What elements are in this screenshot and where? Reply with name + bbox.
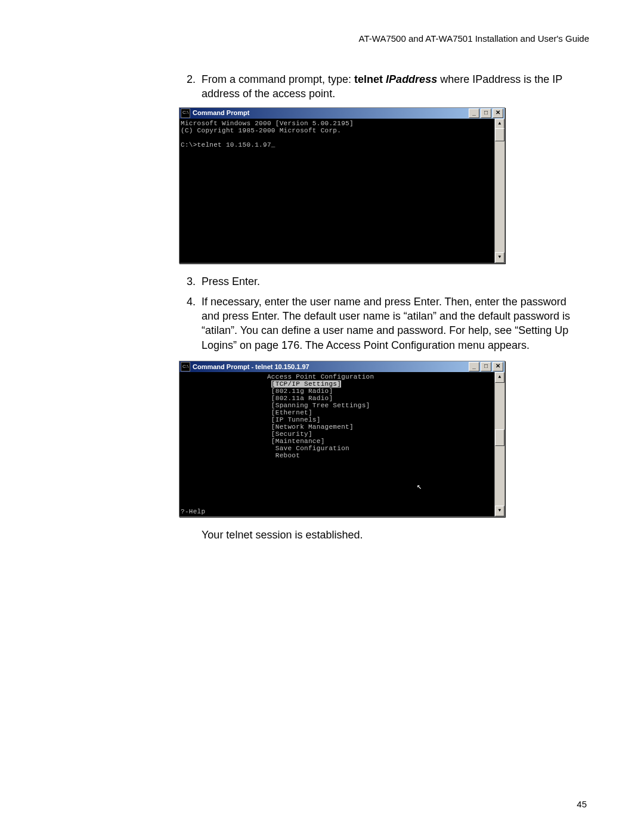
terminal-output[interactable]: Access Point Configuration [TCP/IP Setti… bbox=[179, 372, 494, 516]
scroll-thumb[interactable] bbox=[495, 128, 504, 141]
command-prompt-window-2: C:\ Command Prompt - telnet 10.150.1.97 … bbox=[179, 361, 505, 517]
minimize-button[interactable]: _ bbox=[469, 109, 479, 118]
running-header: AT-WA7500 and AT-WA7501 Installation and… bbox=[54, 33, 590, 44]
scroll-down-button[interactable]: ▼ bbox=[495, 252, 504, 263]
command-prompt-window-1: C:\ Command Prompt _ □ ✕ Microsoft Windo… bbox=[179, 107, 505, 264]
close-button[interactable]: ✕ bbox=[493, 362, 503, 371]
scroll-thumb[interactable] bbox=[495, 429, 504, 446]
step-3: 3. Press Enter. bbox=[179, 274, 584, 289]
close-button[interactable]: ✕ bbox=[493, 109, 503, 118]
body-column: 2. From a command prompt, type: telnet I… bbox=[179, 72, 584, 542]
cmd-icon: C:\ bbox=[181, 109, 190, 118]
step-number: 2. bbox=[179, 72, 202, 101]
step-number: 3. bbox=[179, 274, 202, 289]
menu-item[interactable]: [Ethernet] bbox=[271, 409, 312, 416]
scroll-up-button[interactable]: ▲ bbox=[495, 372, 504, 383]
titlebar-buttons: _ □ ✕ bbox=[469, 362, 504, 371]
vertical-scrollbar[interactable]: ▲ ▼ bbox=[494, 372, 504, 516]
terminal-output[interactable]: Microsoft Windows 2000 [Version 5.00.219… bbox=[179, 119, 494, 263]
terminal-line: Microsoft Windows 2000 [Version 5.00.219… bbox=[181, 120, 354, 127]
menu-item[interactable]: Reboot bbox=[271, 452, 300, 459]
vertical-scrollbar[interactable]: ▲ ▼ bbox=[494, 119, 504, 263]
terminal-line: C:\>telnet 10.150.1.97_ bbox=[181, 141, 275, 148]
menu-item-selected[interactable]: [TCP/IP Settings] bbox=[271, 380, 341, 388]
cursor-arrow-icon: ↖ bbox=[417, 483, 422, 490]
page-number: 45 bbox=[577, 799, 587, 809]
cmd-icon: C:\ bbox=[181, 362, 190, 371]
step-text: Press Enter. bbox=[202, 274, 584, 289]
maximize-button[interactable]: □ bbox=[481, 109, 491, 118]
text-italic: IPaddress bbox=[386, 73, 437, 85]
minimize-button[interactable]: _ bbox=[469, 362, 479, 371]
window-title: Command Prompt - telnet 10.150.1.97 bbox=[193, 363, 469, 371]
titlebar: C:\ Command Prompt _ □ ✕ bbox=[179, 108, 504, 119]
step-2: 2. From a command prompt, type: telnet I… bbox=[179, 72, 584, 101]
step-4: 4. If necessary, enter the user name and… bbox=[179, 295, 584, 352]
menu-item[interactable]: [802.11g Radio] bbox=[271, 388, 333, 395]
help-hint: ?-Help bbox=[181, 508, 205, 515]
step-text: Your telnet session is established. bbox=[202, 528, 584, 542]
titlebar: C:\ Command Prompt - telnet 10.150.1.97 … bbox=[179, 361, 504, 372]
menu-item[interactable]: Save Configuration bbox=[271, 445, 349, 452]
menu-item[interactable]: [Security] bbox=[271, 431, 312, 438]
client-area-wrap: Microsoft Windows 2000 [Version 5.00.219… bbox=[179, 119, 504, 263]
step-text: If necessary, enter the user name and pr… bbox=[202, 295, 584, 352]
document-page: AT-WA7500 and AT-WA7501 Installation and… bbox=[0, 0, 644, 833]
menu-item[interactable]: [Network Management] bbox=[271, 423, 354, 431]
step-number: 4. bbox=[179, 295, 202, 352]
closing-line: Your telnet session is established. bbox=[179, 528, 584, 542]
text-bold: telnet bbox=[354, 73, 386, 85]
scroll-down-button[interactable]: ▼ bbox=[495, 506, 504, 516]
menu-item[interactable]: [IP Tunnels] bbox=[271, 416, 321, 423]
text-frag: From a command prompt, type: bbox=[202, 73, 354, 85]
titlebar-buttons: _ □ ✕ bbox=[469, 109, 504, 118]
step-text: From a command prompt, type: telnet IPad… bbox=[202, 72, 584, 101]
step-number bbox=[179, 528, 202, 542]
menu-item[interactable]: [802.11a Radio] bbox=[271, 395, 333, 402]
menu-item[interactable]: [Spanning Tree Settings] bbox=[271, 402, 370, 409]
menu-item[interactable]: [Maintenance] bbox=[271, 438, 325, 445]
maximize-button[interactable]: □ bbox=[481, 362, 491, 371]
client-area-wrap: Access Point Configuration [TCP/IP Setti… bbox=[179, 372, 504, 516]
terminal-line: (C) Copyright 1985-2000 Microsoft Corp. bbox=[181, 127, 341, 134]
window-title: Command Prompt bbox=[193, 109, 469, 117]
menu-title: Access Point Configuration bbox=[267, 373, 374, 380]
